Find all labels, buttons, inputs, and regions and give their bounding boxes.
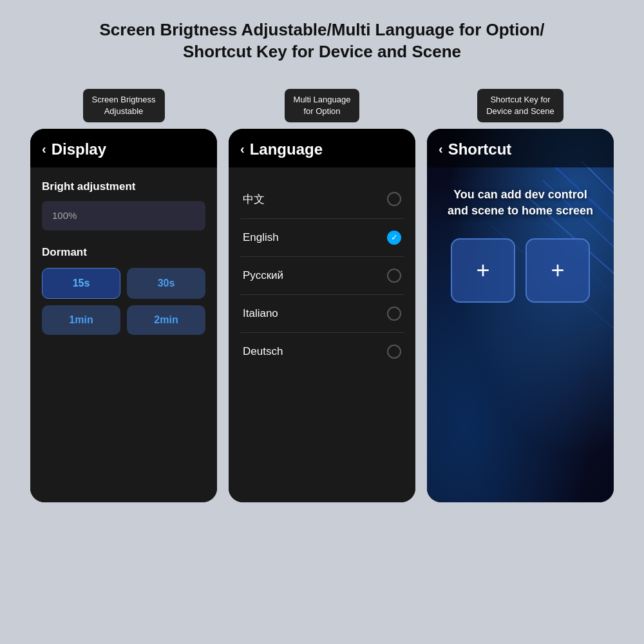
dormant-label: Dormant [42, 246, 205, 259]
shortcut-screen: ‹ Shortcut You can add dev control and s… [427, 129, 614, 502]
panel-shortcut: Shortcut Key for Device and Scene ‹ Shor… [427, 89, 614, 502]
dormant-2min-button[interactable]: 2min [127, 305, 205, 335]
panel-display: Screen Brigtness Adjustable ‹ Display Br… [30, 89, 217, 502]
panels-container: Screen Brigtness Adjustable ‹ Display Br… [13, 89, 631, 502]
dormant-1min-button[interactable]: 1min [42, 305, 120, 335]
language-title: Language [250, 140, 323, 158]
dormant-15s-button[interactable]: 15s [42, 268, 120, 299]
language-screen: ‹ Language 中文 English ✓ [229, 129, 415, 502]
panel-language: Multi Language for Option ‹ Language 中文 … [229, 89, 415, 502]
brightness-value: 100% [52, 210, 77, 221]
panel3-label: Shortcut Key for Device and Scene [477, 89, 564, 122]
back-chevron-icon: ‹ [42, 142, 46, 156]
panel1-label: Screen Brigtness Adjustable [83, 89, 165, 122]
dormant-30s-button[interactable]: 30s [127, 268, 205, 299]
shortcut-header: ‹ Shortcut [427, 129, 614, 167]
page-title: Screen Brigtness Adjustable/Multi Langua… [100, 19, 545, 63]
language-name: English [243, 231, 279, 244]
radio-circle [387, 345, 401, 359]
list-item[interactable]: 中文 [240, 180, 404, 219]
list-item[interactable]: Русский [240, 257, 404, 295]
plus-icon-2: + [551, 259, 564, 282]
radio-circle [387, 192, 401, 206]
language-name: Italiano [243, 307, 278, 320]
display-title: Display [52, 140, 106, 158]
language-name: 中文 [243, 192, 265, 207]
shortcut-description: You can add dev control and scene to hom… [448, 187, 593, 219]
dormant-grid: 15s 30s 1min 2min [42, 268, 205, 335]
plus-icon-1: + [476, 259, 489, 282]
display-body: Bright adjustment 100% Dormant 15s 30s 1… [30, 167, 217, 502]
radio-circle-selected: ✓ [387, 231, 401, 245]
panel2-label: Multi Language for Option [285, 89, 360, 122]
language-name: Русский [243, 269, 283, 282]
check-icon: ✓ [391, 232, 398, 242]
shortcut-add-buttons: + + [451, 238, 590, 303]
bright-section-label: Bright adjustment [42, 180, 205, 193]
list-item[interactable]: Italiano [240, 295, 404, 333]
back-chevron-icon-lang: ‹ [240, 142, 245, 156]
back-chevron-icon-shortcut: ‹ [439, 142, 443, 156]
shortcut-title: Shortcut [448, 140, 512, 158]
shortcut-body: You can add dev control and scene to hom… [427, 167, 614, 316]
brightness-box[interactable]: 100% [42, 201, 205, 231]
list-item[interactable]: English ✓ [240, 219, 404, 257]
language-header: ‹ Language [229, 129, 415, 167]
display-screen: ‹ Display Bright adjustment 100% Dormant… [30, 129, 217, 502]
language-body: 中文 English ✓ Русский Italiano [229, 167, 415, 502]
radio-circle [387, 269, 401, 283]
language-list: 中文 English ✓ Русский Italiano [240, 180, 404, 370]
add-device-button[interactable]: + [451, 238, 515, 303]
add-scene-button[interactable]: + [526, 238, 590, 303]
list-item[interactable]: Deutsch [240, 333, 404, 370]
shortcut-content: ‹ Shortcut You can add dev control and s… [427, 129, 614, 316]
radio-circle [387, 307, 401, 321]
language-name: Deutsch [243, 345, 283, 358]
display-header: ‹ Display [30, 129, 217, 167]
